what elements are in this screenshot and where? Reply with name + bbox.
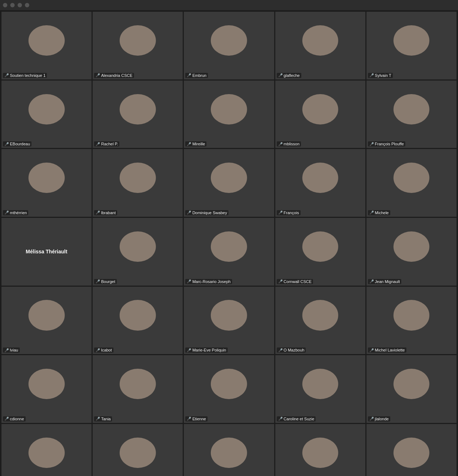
- face-sim: [302, 94, 338, 124]
- name-tag: 🎤 François Plouffe: [368, 141, 405, 146]
- name-tag: 🎤 Dominique Swabey: [185, 210, 228, 215]
- name-tag: 🎤 mthérrien: [3, 210, 28, 215]
- video-cell-22: 🎤 lcabot: [93, 287, 183, 354]
- mic-icon: 🎤: [278, 211, 283, 215]
- name-tag: 🎤 jlalonde: [368, 416, 390, 421]
- participant-name: Michel Laviolette: [375, 348, 405, 352]
- face-sim: [302, 438, 338, 468]
- video-bg: [93, 355, 183, 423]
- participant-name: Tania: [101, 417, 111, 421]
- participant-name: Dominique Swabey: [192, 211, 227, 215]
- video-bg: [1, 355, 92, 423]
- video-bg: [184, 424, 274, 476]
- mic-icon: 🎤: [96, 73, 100, 77]
- name-tag: 🎤 cdionne: [3, 416, 26, 421]
- mic-icon: 🎤: [96, 348, 100, 352]
- face-sim: [302, 369, 338, 399]
- video-cell-20: 🎤 Jean Mignault: [366, 218, 457, 286]
- participant-name: lbrabant: [101, 211, 116, 215]
- video-cell-19: 🎤 Cornwall CSCE: [275, 218, 365, 286]
- participant-name: lviau: [10, 348, 18, 352]
- name-tag: 🎤 Michel Laviolette: [368, 347, 406, 353]
- participant-name: Embrun: [192, 73, 206, 78]
- face-sim: [120, 94, 156, 124]
- video-cell-3: 🎤 Embrun: [184, 12, 274, 79]
- video-cell-16: Mélissa Thériault: [1, 218, 92, 286]
- video-bg: [366, 12, 457, 79]
- name-tag: 🎤 Bourget: [94, 279, 117, 284]
- name-tag: 🎤 Caroline et Suzie: [277, 416, 316, 421]
- video-cell-28: 🎤 Etienne: [184, 355, 274, 423]
- video-cell-7: 🎤 Rachel P.: [93, 81, 183, 148]
- video-bg: [93, 287, 183, 354]
- face-sim: [120, 163, 156, 193]
- participant-name: Soutien technique 1: [10, 73, 45, 78]
- mic-icon: 🎤: [4, 211, 9, 215]
- mic-icon: 🎤: [278, 142, 283, 146]
- video-cell-21: 🎤 lviau: [1, 287, 92, 354]
- video-bg: [1, 149, 92, 217]
- face-sim: [120, 369, 156, 399]
- participant-name: cdionne: [10, 417, 24, 421]
- name-tag: 🎤 O Mazbouh: [277, 347, 306, 353]
- face-sim: [394, 438, 429, 468]
- video-bg: [366, 218, 457, 286]
- video-cell-24: 🎤 O Mazbouh: [275, 287, 365, 354]
- video-bg: [275, 218, 365, 286]
- video-cell-25: 🎤 Michel Laviolette: [366, 287, 457, 354]
- participant-name: Mireille: [192, 142, 205, 146]
- video-cell-29: 🎤 Caroline et Suzie: [275, 355, 365, 423]
- mic-icon: 🎤: [4, 142, 9, 146]
- video-bg: [275, 149, 365, 217]
- video-cell-9: 🎤 mblisson: [275, 81, 365, 148]
- name-tag: 🎤 Jean Mignault: [368, 279, 402, 284]
- face-sim: [120, 300, 156, 330]
- participant-name: Marc-Rosario Joseph: [192, 279, 231, 284]
- mic-icon: 🎤: [187, 211, 191, 215]
- name-tag: 🎤 Rachel P.: [94, 141, 119, 146]
- mic-icon: 🎤: [187, 348, 191, 352]
- mic-icon: 🎤: [4, 348, 9, 352]
- name-tag: 🎤 François: [277, 210, 301, 215]
- participant-name: Caroline et Suzie: [284, 417, 314, 421]
- face-sim: [29, 300, 64, 330]
- participant-name: François Plouffe: [375, 142, 404, 146]
- name-tag: 🎤 Alexandria CSCE: [94, 73, 134, 78]
- participant-name: glafleche: [284, 73, 300, 78]
- video-bg: [184, 149, 274, 217]
- video-bg: [366, 81, 457, 148]
- titlebar-dot-1: [3, 3, 7, 7]
- name-tag: 🎤 Sylvain T: [368, 73, 393, 78]
- mic-icon: 🎤: [369, 142, 374, 146]
- participant-name: lcabot: [101, 348, 112, 352]
- face-sim: [302, 231, 338, 262]
- video-cell-2: 🎤 Alexandria CSCE: [93, 12, 183, 79]
- mic-icon: 🎤: [187, 417, 191, 421]
- mic-icon: 🎤: [369, 73, 374, 77]
- face-sim: [302, 300, 338, 330]
- mic-icon: 🎤: [4, 73, 9, 77]
- participant-name: François: [284, 211, 299, 215]
- mic-icon: 🎤: [278, 348, 283, 352]
- main-content: 🎤 Soutien technique 1 🎤 Alexandria CSCE …: [0, 10, 458, 476]
- video-grid: 🎤 Soutien technique 1 🎤 Alexandria CSCE …: [1, 12, 457, 476]
- mic-icon: 🎤: [369, 279, 374, 283]
- video-bg: [275, 81, 365, 148]
- face-sim: [29, 94, 64, 124]
- face-sim: [302, 163, 338, 193]
- video-bg: [366, 355, 457, 423]
- participant-name: Cornwall CSCE: [284, 279, 312, 284]
- title-bar: [0, 0, 458, 10]
- face-sim: [394, 94, 429, 124]
- name-tag: 🎤 lviau: [3, 347, 20, 353]
- face-sim: [302, 25, 338, 56]
- video-bg: [366, 149, 457, 217]
- video-cell-6: 🎤 EBourdeau: [1, 81, 92, 148]
- video-bg: [93, 424, 183, 476]
- name-tag: 🎤 Cornwall CSCE: [277, 279, 313, 284]
- face-sim: [120, 25, 156, 56]
- name-tag: 🎤 lbrabant: [94, 210, 117, 215]
- participant-name: Marie-Eve Poliquin: [192, 348, 226, 352]
- video-bg: [275, 287, 365, 354]
- video-bg: [1, 424, 92, 476]
